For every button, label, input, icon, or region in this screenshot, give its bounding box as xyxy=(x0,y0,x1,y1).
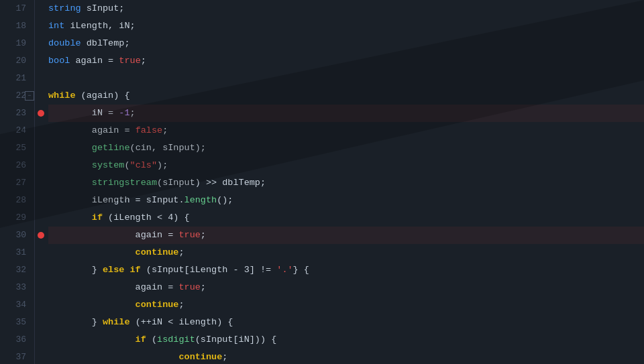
code-line: again = true; xyxy=(48,227,644,244)
code-line: stringstream(sInput) >> dblTemp; xyxy=(48,174,644,192)
line-number: 27 xyxy=(15,174,29,192)
code-line: iN = -1; xyxy=(48,105,644,122)
editor-container: 171819202122−232425262728293031323334353… xyxy=(0,0,644,364)
token-plain: } { xyxy=(293,261,309,279)
line-number: 33 xyxy=(15,279,29,296)
token-bool-val: true xyxy=(178,279,200,296)
gutter-row: 31 xyxy=(15,244,29,261)
code-line: continue; xyxy=(48,244,644,261)
token-plain: ; xyxy=(222,349,227,364)
token-kw: while xyxy=(48,87,76,105)
token-plain: ( xyxy=(146,331,157,349)
token-plain: ; xyxy=(141,52,146,70)
token-plain: again = xyxy=(70,52,119,70)
token-plain: again = xyxy=(48,122,136,139)
token-kw-blue: int xyxy=(48,17,64,35)
line-number: 34 xyxy=(15,296,29,314)
gutter-row: 21 xyxy=(15,70,29,87)
code-line: while (again) { xyxy=(48,87,644,105)
token-plain: dblTemp; xyxy=(81,35,130,52)
code-line: if (isdigit(sInput[iN])) { xyxy=(48,331,644,349)
breakpoint-icon[interactable] xyxy=(38,232,44,239)
token-plain: (iLength < 4) { xyxy=(103,209,190,227)
line-number: 31 xyxy=(15,244,29,261)
token-kw-blue: bool xyxy=(48,52,70,70)
code-line: continue; xyxy=(48,349,644,364)
token-plain: ; xyxy=(130,105,136,122)
line-number: 19 xyxy=(15,35,29,52)
token-plain: ( xyxy=(124,157,129,174)
token-plain: iLength = sInput. xyxy=(48,192,184,209)
line-number: 29 xyxy=(15,209,29,227)
token-fn: system xyxy=(48,157,124,174)
breakpoint-icon[interactable] xyxy=(38,110,44,117)
fold-marker[interactable]: − xyxy=(25,91,34,101)
line-number: 18 xyxy=(15,17,29,35)
token-fn: stringstream xyxy=(48,174,157,192)
gutter-row: 17 xyxy=(15,0,29,17)
code-line: again = false; xyxy=(48,122,644,139)
token-plain: (++iN < iLength) { xyxy=(130,314,233,331)
code-line: getline(cin, sInput); xyxy=(48,139,644,157)
token-plain: } xyxy=(48,261,103,279)
token-plain: ; xyxy=(178,296,184,314)
gutter-row: 35 xyxy=(15,314,29,331)
token-plain: iLength, iN; xyxy=(64,17,135,35)
token-kw: if xyxy=(48,209,103,227)
gutter-row: 29 xyxy=(15,209,29,227)
token-method: length xyxy=(184,192,217,209)
token-plain: (sInput) >> dblTemp; xyxy=(157,174,266,192)
token-fn: isdigit xyxy=(157,331,195,349)
code-line: string sInput; xyxy=(48,0,644,17)
gutter-row: 19 xyxy=(15,35,29,52)
token-plain: (sInput[iLength - 3] != xyxy=(141,261,277,279)
line-number: 23 xyxy=(15,105,29,122)
token-plain: (cin, sInput); xyxy=(130,139,206,157)
code-line: continue; xyxy=(48,296,644,314)
line-number: 30 xyxy=(15,227,29,244)
gutter-row: 18 xyxy=(15,17,29,35)
gutter-row: 22− xyxy=(15,87,29,105)
code-line: system("cls"); xyxy=(48,157,644,174)
gutter-row: 23 xyxy=(15,105,29,122)
code-line: } while (++iN < iLength) { xyxy=(48,314,644,331)
line-number: 32 xyxy=(15,261,29,279)
line-number: 35 xyxy=(15,314,29,331)
token-str: "cls" xyxy=(130,157,158,174)
token-kw-ctrl: continue xyxy=(48,244,178,261)
token-plain: } xyxy=(48,314,103,331)
line-number: 17 xyxy=(15,0,29,17)
token-plain: ); xyxy=(157,157,168,174)
line-number: 28 xyxy=(15,192,29,209)
gutter-row: 20 xyxy=(15,52,29,70)
line-number: 37 xyxy=(15,349,29,364)
line-number: 36 xyxy=(15,331,29,349)
token-plain: again = xyxy=(48,227,178,244)
gutter-row: 34 xyxy=(15,296,29,314)
code-line xyxy=(48,70,644,87)
gutter-row: 36 xyxy=(15,331,29,349)
token-plain: (sInput[iN])) { xyxy=(195,331,277,349)
line-number-gutter: 171819202122−232425262728293031323334353… xyxy=(0,0,35,364)
gutter-row: 32 xyxy=(15,261,29,279)
line-number: 20 xyxy=(15,52,29,70)
code-line: again = true; xyxy=(48,279,644,296)
token-kw-ctrl: continue xyxy=(48,349,222,364)
token-num: -1 xyxy=(119,105,129,122)
code-line: } else if (sInput[iLength - 3] != '.'} { xyxy=(48,261,644,279)
gutter-row: 37 xyxy=(15,349,29,364)
token-plain: ; xyxy=(178,244,184,261)
gutter-row: 30 xyxy=(15,227,29,244)
gutter-row: 25 xyxy=(15,139,29,157)
token-kw: while xyxy=(103,314,130,331)
gutter-row: 33 xyxy=(15,279,29,296)
token-plain: iN = xyxy=(48,105,119,122)
token-fn: getline xyxy=(48,139,130,157)
line-number: 24 xyxy=(15,122,29,139)
token-plain: ; xyxy=(201,227,206,244)
token-bool-val: false xyxy=(136,122,163,139)
token-plain: ; xyxy=(201,279,206,296)
token-bool-val: true xyxy=(119,52,140,70)
gutter-row: 24 xyxy=(15,122,29,139)
line-number: 25 xyxy=(15,139,29,157)
